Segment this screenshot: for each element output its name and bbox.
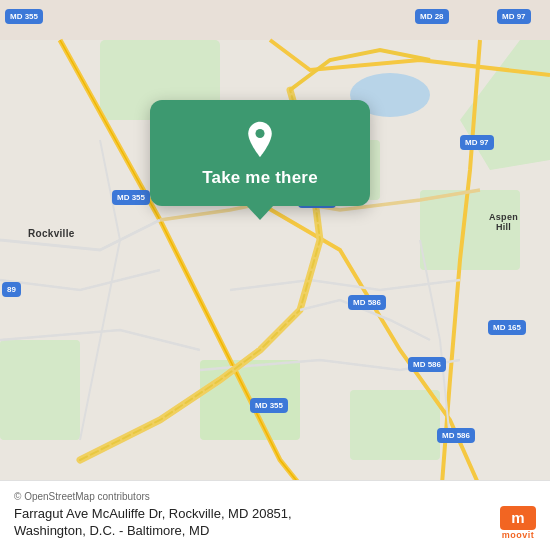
badge-md586-btm: MD 586 [408,357,446,372]
take-me-there-button[interactable]: Take me there [202,166,318,190]
badge-md97-mid: MD 97 [460,135,494,150]
svg-rect-8 [350,390,440,460]
map-container: MD 355 MD 28 MD 97 MD 2 MD 97 MD 355 MD … [0,0,550,550]
bottom-bar: © OpenStreetMap contributors Farragut Av… [0,480,550,550]
location-pin-icon [241,120,279,158]
badge-md97-top: MD 97 [497,9,531,24]
badge-89: 89 [2,282,21,297]
label-aspen-hill: AspenHill [489,212,518,232]
map-svg [0,0,550,550]
svg-rect-6 [0,340,80,440]
address-row: Farragut Ave McAuliffe Dr, Rockville, MD… [14,506,536,540]
badge-md28: MD 28 [415,9,449,24]
badge-md355-top: MD 355 [5,9,43,24]
moovit-logo-icon: m [500,506,536,530]
svg-text:m: m [511,509,524,526]
badge-md165: MD 165 [488,320,526,335]
badge-md355-btm: MD 355 [250,398,288,413]
osm-attribution: © OpenStreetMap contributors [14,491,536,502]
moovit-logo: m moovit [500,506,536,540]
badge-md586-right: MD 586 [348,295,386,310]
moovit-text: moovit [502,530,535,540]
label-rockville: Rockville [28,228,75,239]
popup-card: Take me there [150,100,370,206]
badge-md586-btm2: MD 586 [437,428,475,443]
svg-point-10 [255,129,264,138]
badge-md355-mid: MD 355 [112,190,150,205]
address-text: Farragut Ave McAuliffe Dr, Rockville, MD… [14,506,490,540]
